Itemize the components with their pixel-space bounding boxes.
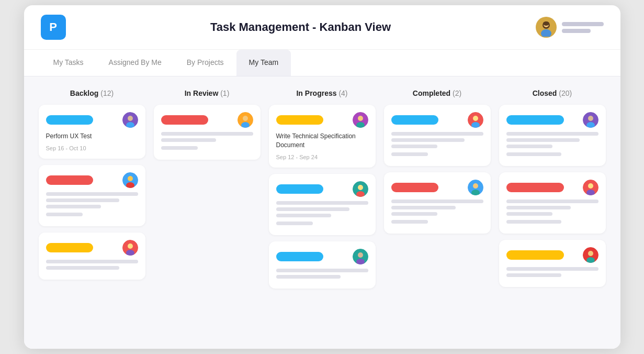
assignee-avatar	[353, 112, 368, 128]
placeholder-date	[46, 213, 83, 216]
user-profile[interactable]	[536, 17, 604, 38]
card-closed-1[interactable]	[499, 105, 606, 166]
column-in-review: In Review (1)	[154, 89, 261, 336]
priority-pill	[46, 243, 93, 252]
placeholder-date	[506, 152, 562, 156]
card-inprogress-1[interactable]: Write Technical Specification Document S…	[269, 105, 376, 168]
card-inprogress-3[interactable]	[269, 241, 376, 289]
assignee-avatar	[583, 247, 598, 263]
card-closed-3[interactable]	[499, 240, 606, 287]
assignee-avatar	[353, 249, 368, 264]
column-completed: Completed (2)	[384, 89, 491, 336]
placeholder	[506, 273, 562, 277]
placeholder	[506, 206, 571, 209]
tab-bar: My Tasks Assigned By Me By Projects My T…	[24, 50, 620, 76]
header: P Task Management - Kanban View	[24, 5, 620, 50]
placeholder	[46, 192, 138, 196]
svg-point-27	[473, 116, 478, 121]
kanban-board: Backlog (12) Perform UX Test Se	[24, 76, 620, 349]
column-header-closed: Closed (20)	[499, 89, 606, 97]
card-review-1[interactable]	[154, 105, 261, 160]
card-backlog-3[interactable]	[39, 233, 145, 280]
placeholder	[391, 132, 483, 136]
priority-pill	[161, 115, 208, 125]
column-backlog: Backlog (12) Perform UX Test Se	[39, 89, 145, 336]
priority-pill	[276, 252, 323, 261]
card-backlog-1[interactable]: Perform UX Test Sep 16 - Oct 10	[39, 105, 145, 159]
svg-point-36	[588, 183, 593, 189]
placeholder	[506, 138, 580, 142]
placeholder	[391, 145, 437, 148]
priority-pill	[46, 115, 93, 125]
column-header-in-progress: In Progress (4)	[269, 89, 376, 97]
placeholder	[506, 212, 552, 216]
svg-point-33	[588, 116, 593, 121]
user-role-line	[562, 29, 591, 33]
placeholder-date	[506, 220, 562, 224]
priority-pill	[276, 184, 323, 194]
svg-point-4	[543, 21, 549, 26]
assignee-avatar	[583, 180, 598, 195]
app-window: P Task Management - Kanban View My Tasks	[24, 5, 620, 349]
priority-pill	[506, 115, 564, 125]
card-closed-2[interactable]	[499, 172, 606, 234]
tab-assigned-by-me[interactable]: Assigned By Me	[96, 50, 174, 76]
placeholder	[276, 207, 350, 211]
placeholder	[506, 267, 598, 271]
placeholder	[276, 275, 341, 279]
placeholder	[391, 212, 437, 216]
placeholder	[276, 201, 368, 205]
tab-my-tasks[interactable]: My Tasks	[41, 50, 96, 76]
placeholder	[506, 200, 598, 203]
svg-point-30	[473, 183, 478, 189]
svg-point-15	[243, 116, 248, 121]
placeholder-date	[276, 222, 313, 225]
placeholder	[391, 206, 456, 209]
tab-my-team[interactable]: My Team	[236, 50, 291, 76]
placeholder	[46, 260, 138, 263]
placeholder-date	[391, 220, 428, 224]
priority-pill	[506, 183, 564, 192]
tab-by-projects[interactable]: By Projects	[174, 50, 236, 76]
card-inprogress-2[interactable]	[269, 174, 376, 235]
svg-point-6	[128, 116, 133, 121]
priority-pill	[506, 250, 564, 260]
card-title: Perform UX Test	[46, 132, 138, 141]
column-in-progress: In Progress (4) Write Technical Specifi	[269, 89, 376, 336]
user-info	[562, 22, 604, 33]
card-date: Sep 12 - Sep 24	[276, 154, 368, 160]
column-header-completed: Completed (2)	[384, 89, 491, 97]
page-title: Task Management - Kanban View	[74, 20, 527, 34]
assignee-avatar	[468, 112, 483, 128]
assignee-avatar	[122, 112, 138, 128]
svg-point-21	[358, 185, 363, 190]
svg-point-24	[358, 252, 363, 258]
card-completed-2[interactable]	[384, 172, 491, 234]
column-header-backlog: Backlog (12)	[39, 89, 145, 97]
svg-point-9	[128, 176, 133, 181]
user-name-line	[562, 22, 604, 26]
svg-point-12	[128, 244, 133, 249]
assignee-avatar	[468, 180, 483, 195]
priority-pill	[46, 175, 93, 185]
assignee-avatar	[238, 112, 253, 128]
assignee-avatar	[353, 181, 368, 197]
priority-pill	[276, 115, 323, 125]
column-closed: Closed (20)	[499, 89, 606, 336]
placeholder	[161, 138, 217, 142]
placeholder	[391, 200, 483, 203]
svg-point-39	[588, 251, 593, 256]
placeholder	[46, 266, 120, 270]
placeholder	[276, 214, 332, 217]
placeholder-date	[391, 152, 428, 156]
avatar	[536, 17, 557, 38]
placeholder	[46, 198, 120, 202]
card-date: Sep 16 - Oct 10	[46, 145, 138, 151]
card-backlog-2[interactable]	[39, 165, 145, 226]
card-completed-1[interactable]	[384, 105, 491, 166]
svg-point-18	[358, 116, 363, 121]
placeholder	[46, 205, 101, 208]
column-header-in-review: In Review (1)	[154, 89, 261, 97]
logo: P	[41, 15, 66, 40]
card-title: Write Technical Specification Document	[276, 132, 368, 150]
